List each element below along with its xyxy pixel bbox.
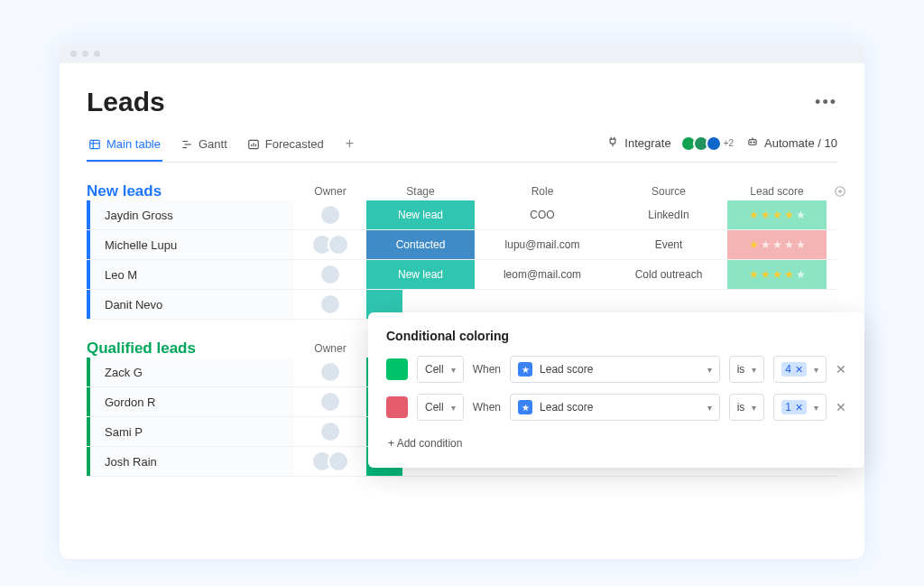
scope-select[interactable]: Cell▾ — [417, 394, 464, 421]
app-icon — [706, 135, 722, 152]
color-swatch[interactable] — [386, 358, 408, 380]
owner-cell[interactable] — [294, 361, 366, 383]
condition-row: Cell▾ When ★Lead score▾ is▾ 4✕▾ ✕ — [386, 356, 846, 383]
owner-cell[interactable] — [294, 264, 366, 285]
col-owner[interactable]: Owner — [294, 342, 366, 355]
lead-name[interactable]: Leo M — [87, 260, 294, 289]
owner-cell[interactable] — [294, 204, 366, 226]
avatar — [319, 204, 341, 226]
group-title[interactable]: Qualified leads — [87, 340, 294, 358]
add-column-button[interactable] — [827, 185, 854, 198]
role-cell[interactable]: leom@mail.com — [475, 268, 610, 281]
group-title[interactable]: New leads — [87, 182, 294, 200]
remove-icon[interactable]: ✕ — [795, 364, 803, 376]
stage-cell[interactable]: New lead — [366, 200, 475, 229]
star-icon: ★ — [796, 268, 806, 281]
avatar — [319, 293, 341, 315]
lead-name[interactable]: Jaydin Gross — [87, 200, 294, 229]
operator-select[interactable]: is▾ — [729, 394, 765, 421]
star-icon: ★ — [784, 209, 794, 221]
conditional-coloring-panel: Conditional coloring Cell▾ When ★Lead sc… — [368, 312, 864, 468]
chevron-down-icon: ▾ — [451, 403, 456, 413]
integration-extra-count: +2 — [724, 138, 734, 148]
table-row[interactable]: Jaydin Gross New lead COO LinkedIn ★★★★★ — [87, 200, 837, 230]
role-cell[interactable]: lupu@mail.com — [475, 238, 610, 251]
integration-apps[interactable]: +2 — [684, 135, 734, 152]
stage-cell[interactable]: New lead — [366, 260, 475, 289]
table-row[interactable]: Michelle Lupu Contacted lupu@mail.com Ev… — [87, 230, 837, 260]
remove-icon[interactable]: ✕ — [795, 402, 803, 414]
col-stage[interactable]: Stage — [366, 185, 475, 198]
col-source[interactable]: Source — [610, 185, 727, 198]
avatar — [319, 361, 341, 383]
field-select[interactable]: ★Lead score▾ — [510, 394, 720, 421]
color-swatch[interactable] — [386, 396, 408, 418]
value-select[interactable]: 4✕▾ — [773, 356, 827, 383]
star-icon: ★ — [796, 209, 806, 221]
col-owner[interactable]: Owner — [294, 185, 366, 198]
window-dot — [70, 51, 77, 57]
tab-gantt[interactable]: Gantt — [179, 132, 229, 162]
stage-cell[interactable]: Contacted — [366, 230, 475, 259]
page-title: Leads — [87, 87, 165, 117]
lead-name[interactable]: Zack G — [87, 358, 294, 386]
owner-cell[interactable] — [294, 451, 366, 472]
group-new-leads: New leads Owner Stage Role Source Lead s… — [87, 182, 837, 320]
star-icon: ★ — [518, 400, 532, 414]
field-select[interactable]: ★Lead score▾ — [510, 356, 720, 383]
app-window: Leads ••• Main table Gantt — [60, 43, 864, 559]
delete-condition-button[interactable]: ✕ — [836, 400, 846, 414]
value-select[interactable]: 1✕▾ — [773, 394, 827, 421]
source-cell[interactable]: LinkedIn — [610, 209, 727, 221]
owner-cell[interactable] — [294, 391, 366, 413]
integrate-button[interactable]: Integrate — [606, 135, 670, 151]
add-tab-button[interactable]: + — [342, 135, 357, 159]
add-condition-button[interactable]: + Add condition — [386, 432, 846, 455]
avatar — [319, 391, 341, 413]
value-chip[interactable]: 1✕ — [781, 400, 807, 414]
lead-name[interactable]: Josh Rain — [87, 447, 294, 476]
lead-name[interactable]: Gordon R — [87, 387, 294, 416]
col-role[interactable]: Role — [475, 185, 610, 198]
when-label: When — [473, 363, 501, 376]
star-icon: ★ — [749, 209, 759, 221]
lead-name[interactable]: Danit Nevo — [87, 290, 294, 319]
lead-score-cell[interactable]: ★★★★★ — [727, 260, 827, 289]
more-icon[interactable]: ••• — [815, 93, 837, 112]
value-chip[interactable]: 4✕ — [781, 362, 807, 377]
tab-label: Gantt — [199, 137, 227, 151]
gantt-icon — [180, 138, 193, 151]
lead-score-cell[interactable]: ★★★★★ — [727, 200, 827, 229]
owner-cell[interactable] — [294, 234, 366, 256]
avatar — [328, 451, 349, 472]
star-icon: ★ — [784, 268, 794, 281]
table-row[interactable]: Leo M New lead leom@mail.com Cold outrea… — [87, 260, 837, 290]
tab-main-table[interactable]: Main table — [87, 132, 162, 162]
owner-cell[interactable] — [294, 421, 366, 442]
star-icon: ★ — [761, 268, 771, 281]
automate-button[interactable]: Automate / 10 — [746, 135, 837, 151]
lead-name[interactable]: Sami P — [87, 417, 294, 446]
star-icon: ★ — [518, 362, 532, 377]
chevron-down-icon: ▾ — [752, 365, 756, 375]
chevron-down-icon: ▾ — [707, 403, 712, 413]
source-cell[interactable]: Event — [610, 238, 727, 251]
lead-name[interactable]: Michelle Lupu — [87, 230, 294, 259]
plug-icon — [606, 135, 619, 151]
owner-cell[interactable] — [294, 293, 366, 315]
source-cell[interactable]: Cold outreach — [610, 268, 727, 281]
lead-score-cell[interactable]: ★★★★★ — [727, 230, 827, 259]
scope-select[interactable]: Cell▾ — [417, 356, 464, 383]
chevron-down-icon: ▾ — [451, 365, 456, 375]
col-score[interactable]: Lead score — [727, 185, 827, 198]
tab-forecasted[interactable]: Forecasted — [245, 132, 326, 162]
svg-rect-0 — [90, 140, 100, 148]
window-dot — [82, 51, 88, 57]
window-dot — [94, 51, 100, 57]
when-label: When — [473, 401, 501, 414]
star-icon: ★ — [772, 209, 782, 221]
role-cell[interactable]: COO — [475, 209, 610, 221]
avatar — [319, 264, 341, 285]
operator-select[interactable]: is▾ — [729, 356, 765, 383]
delete-condition-button[interactable]: ✕ — [836, 362, 846, 377]
